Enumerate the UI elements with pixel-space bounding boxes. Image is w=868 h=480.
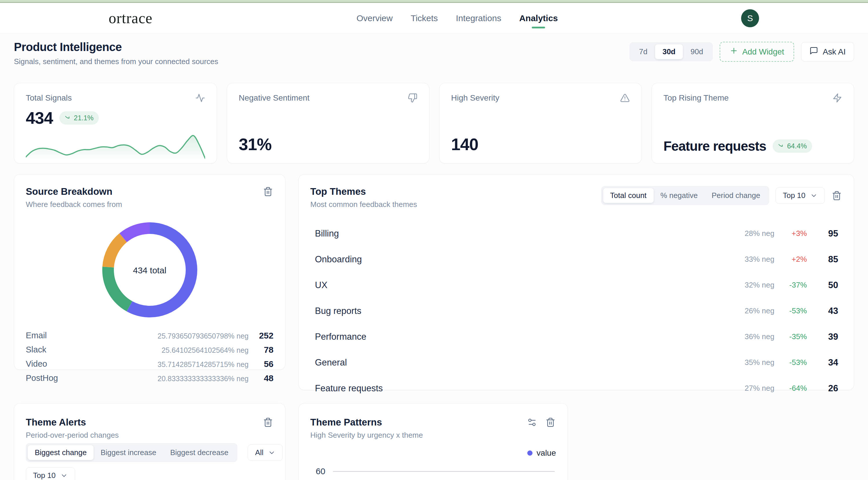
source-breakdown-titles: Source Breakdown Where feedback comes fr…: [26, 186, 122, 209]
theme-neg-pct: 27% neg: [745, 384, 774, 393]
nav-item-tickets[interactable]: Tickets: [410, 5, 438, 32]
delete-widget-button[interactable]: [545, 417, 556, 428]
theme-row[interactable]: Onboarding33% neg+2%85: [310, 246, 842, 272]
add-widget-label: Add Widget: [742, 47, 784, 57]
activity-icon: [195, 93, 205, 103]
delete-widget-button[interactable]: [262, 417, 274, 428]
legend-label: value: [536, 448, 556, 458]
kpi-card-total-signals: Total Signals43421.1%: [14, 83, 217, 163]
source-breakdown-subtitle: Where feedback comes from: [26, 200, 122, 209]
range-selector: 7d30d90d: [629, 42, 713, 61]
sliders-icon: [527, 417, 537, 427]
source-count: 56: [254, 359, 274, 369]
source-legend: Email25.793650793650798% neg252Slack25.6…: [26, 328, 274, 385]
kpi-label: High Severity: [451, 93, 499, 102]
kpi-value: Feature requests: [663, 138, 766, 154]
source-name: Video: [26, 359, 47, 369]
theme-change: -53%: [782, 306, 807, 316]
alerts-tab-biggest-increase[interactable]: Biggest increase: [94, 445, 163, 460]
app-header: ortrace OverviewTicketsIntegrationsAnaly…: [0, 3, 868, 34]
theme-patterns-titles: Theme Patterns High Severity by urgency …: [310, 417, 423, 440]
theme-name: General: [315, 357, 347, 368]
kpi-card-negative-sentiment: Negative Sentiment31%: [227, 83, 429, 163]
top-themes-list: Billing28% neg+3%95Onboarding33% neg+2%8…: [310, 220, 842, 401]
source-neg-pct: 25.793650793650798% neg: [158, 332, 249, 340]
ask-ai-button[interactable]: Ask AI: [801, 42, 854, 61]
nav-item-analytics[interactable]: Analytics: [519, 5, 558, 32]
delete-widget-button[interactable]: [831, 190, 842, 201]
source-legend-row: Video35.714285714285715% neg56: [26, 357, 274, 371]
theme-neg-pct: 33% neg: [745, 255, 774, 264]
theme-name: Performance: [315, 332, 366, 342]
theme-change: +3%: [782, 229, 807, 238]
add-widget-button[interactable]: Add Widget: [720, 42, 794, 62]
ask-ai-label: Ask AI: [823, 47, 846, 57]
themes-tab-total-count[interactable]: Total count: [603, 188, 654, 203]
alerts-limit-select[interactable]: Top 10: [26, 467, 75, 480]
alerts-tab-biggest-decrease[interactable]: Biggest decrease: [163, 445, 235, 460]
theme-neg-pct: 32% neg: [745, 280, 774, 290]
theme-alerts-card: Theme Alerts Period-over-period changes …: [14, 403, 285, 480]
chat-bubble-icon: [809, 47, 818, 57]
alerts-filter-value: All: [255, 448, 264, 457]
chevron-down-icon: [810, 192, 817, 200]
source-name: Slack: [26, 345, 46, 355]
main-nav: OverviewTicketsIntegrationsAnalytics: [356, 5, 558, 32]
trend-badge-value: 64.4%: [787, 142, 807, 150]
legend-dot: [527, 450, 532, 456]
range-option-7d[interactable]: 7d: [631, 44, 655, 59]
kpi-card-high-severity: High Severity140: [439, 83, 642, 163]
theme-row[interactable]: Feature requests27% neg-64%26: [310, 376, 842, 401]
themes-limit-select[interactable]: Top 10: [776, 187, 825, 204]
theme-count: 39: [814, 332, 838, 342]
avatar[interactable]: S: [741, 9, 759, 27]
theme-neg-pct: 36% neg: [745, 332, 774, 341]
theme-alerts-controls: Biggest changeBiggest increaseBiggest de…: [26, 443, 274, 462]
themes-tab-period-change[interactable]: Period change: [705, 188, 767, 203]
alerts-tab-biggest-change[interactable]: Biggest change: [28, 445, 94, 460]
alerts-filter-select[interactable]: All: [248, 444, 283, 461]
theme-neg-pct: 26% neg: [745, 306, 774, 316]
nav-item-integrations[interactable]: Integrations: [455, 5, 502, 32]
kpi-label: Total Signals: [26, 93, 72, 102]
alerts-limit-value: Top 10: [33, 471, 56, 480]
themes-tab--negative[interactable]: % negative: [654, 188, 705, 203]
nav-item-overview[interactable]: Overview: [356, 5, 393, 32]
gridline: [333, 471, 555, 472]
source-donut-chart: 434 total: [101, 221, 198, 320]
right-column: Top Themes Most common feedback themes T…: [299, 174, 854, 480]
theme-patterns-card: Theme Patterns High Severity by urgency …: [299, 403, 568, 480]
theme-alerts-subtitle: Period-over-period changes: [26, 431, 119, 440]
theme-change: -35%: [782, 332, 807, 341]
theme-alerts-title: Theme Alerts: [26, 417, 119, 428]
page-controls: 7d30d90d Add Widget Ask AI: [629, 42, 854, 62]
source-name: Email: [26, 331, 47, 340]
source-neg-pct: 35.714285714285715% neg: [158, 360, 249, 369]
app-logo[interactable]: ortrace: [108, 9, 152, 27]
theme-row[interactable]: Performance36% neg-35%39: [310, 324, 842, 350]
theme-row[interactable]: General35% neg-53%34: [310, 350, 842, 376]
chart-settings-button[interactable]: [526, 417, 537, 428]
theme-change: -37%: [782, 280, 807, 290]
plus-icon: [730, 47, 738, 57]
theme-change: -53%: [782, 358, 807, 367]
source-count: 48: [254, 373, 274, 383]
trash-icon: [832, 191, 842, 201]
theme-name: Feature requests: [315, 383, 383, 394]
trend-badge-value: 21.1%: [74, 114, 94, 122]
theme-row[interactable]: Billing28% neg+3%95: [310, 220, 842, 246]
range-option-90d[interactable]: 90d: [683, 44, 710, 59]
theme-row[interactable]: UX32% neg-37%50: [310, 272, 842, 298]
trend-badge: 64.4%: [773, 140, 812, 153]
trash-icon: [263, 417, 273, 427]
theme-row[interactable]: Bug reports26% neg-53%43: [310, 298, 842, 324]
thumbs-down-icon: [408, 93, 417, 103]
left-column: Source Breakdown Where feedback comes fr…: [14, 174, 285, 480]
top-themes-subtitle: Most common feedback themes: [310, 200, 417, 209]
kpi-card-top-rising-theme: Top Rising ThemeFeature requests64.4%: [652, 83, 854, 163]
delete-widget-button[interactable]: [262, 186, 274, 197]
theme-patterns-actions: [526, 417, 556, 428]
range-option-30d[interactable]: 30d: [655, 44, 683, 59]
patterns-legend: value: [310, 448, 556, 458]
kpi-label: Negative Sentiment: [239, 93, 309, 102]
